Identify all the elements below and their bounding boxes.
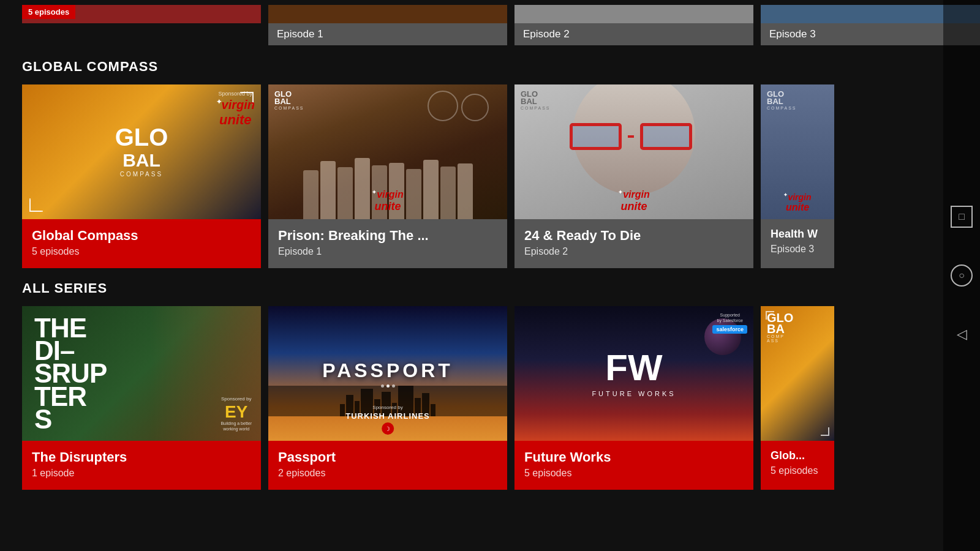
global-compass-card[interactable]: GLOBAL COMPASS Sponsored by ✦virginunite… [22,84,261,268]
global-all-card[interactable]: GLOBA COMP ASS Glob... 5 episodes [761,306,834,490]
unite-24: unite [621,200,647,212]
fw-card-sub: 5 episodes [524,468,744,479]
card-episode-label: Episode 3 [769,28,816,40]
fw-card-title: Future Works [524,449,744,465]
square-nav-button[interactable]: □ [951,206,973,228]
global-all-card-title: Glob... [771,449,824,463]
all-series-section-title: ALL SERIES [22,280,958,296]
card-episode-label: Episode 2 [523,28,570,40]
back-nav-button[interactable]: ◁ [951,323,973,345]
android-navigation: □ ○ ◁ [943,0,980,551]
health-card-info: Health W Episode 3 [761,219,834,268]
disrupters-card-title: The Disrupters [32,449,251,465]
top-card-1[interactable]: 5 episodes [22,5,261,45]
disrupters-card-sub: 1 episode [32,468,251,479]
fw-sub-text: FUTURE WORKS [592,390,676,397]
passport-card-info: Passport 2 episodes [268,441,507,490]
fw-card-info: Future Works 5 episodes [514,441,753,490]
twenty4-card-info: 24 & Ready To Die Episode 2 [514,219,753,268]
health-card-title: Health W [771,228,824,241]
passport-card-title: Passport [278,449,497,465]
passport-card-sub: 2 episodes [278,468,497,479]
prison-card-sub: Episode 1 [278,246,497,257]
disrupters-card-info: The Disrupters 1 episode [22,441,261,490]
unite-prison: unite [375,200,401,212]
global-compass-section-title: GLOBAL COMPASS [22,59,958,75]
health-card-sub: Episode 3 [771,244,824,255]
sponsor-badge: Sponsored by ✦virginunite [216,91,255,128]
episodes-badge: 5 episodes [22,5,75,19]
gc-logo-text: GLOBAL [115,127,168,168]
gc-compass-text: COMPASS [115,171,168,178]
card-episode-label: Episode 1 [277,28,323,40]
prison-card-title: Prison: Breaking The ... [278,228,497,244]
top-card-2[interactable]: Episode 1 [268,5,507,45]
sponsored-by-text: Sponsored by [216,91,255,97]
twenty4-card[interactable]: ✦virginunite GLOBAL COMPASS 24 & Ready T… [514,84,753,268]
global-all-card-sub: 5 episodes [771,465,824,476]
future-works-card[interactable]: FW FUTURE WORKS Supportedby Salesforce s… [514,306,753,490]
prison-card[interactable]: ✦virginunite GLOBAL COMPASS Prison: Brea… [268,84,507,268]
twenty4-card-title: 24 & Ready To Die [524,228,744,244]
circle-nav-button[interactable]: ○ [951,264,973,287]
gc-card-title: Global Compass [32,228,251,244]
gc-card-info: Global Compass 5 episodes [22,219,261,268]
health-card[interactable]: GLOBAL COMPASS ✦virginunite Health W Epi… [761,84,834,268]
unite-text: unite [219,112,252,127]
twenty4-card-sub: Episode 2 [524,246,744,257]
gc-card-sub: 5 episodes [32,246,251,257]
fw-logo-text: FW [605,350,662,386]
prison-card-info: Prison: Breaking The ... Episode 1 [268,219,507,268]
global-all-card-info: Glob... 5 episodes [761,441,834,490]
top-card-3[interactable]: Episode 2 [514,5,753,45]
passport-card[interactable]: PASSPORT Sponsored by TURKISH AIRLINES ☽ [268,306,507,490]
disrupters-card[interactable]: THEDI–SRUPTERS Sponsored by EY Building … [22,306,261,490]
passport-logo-text: PASSPORT [322,359,453,382]
